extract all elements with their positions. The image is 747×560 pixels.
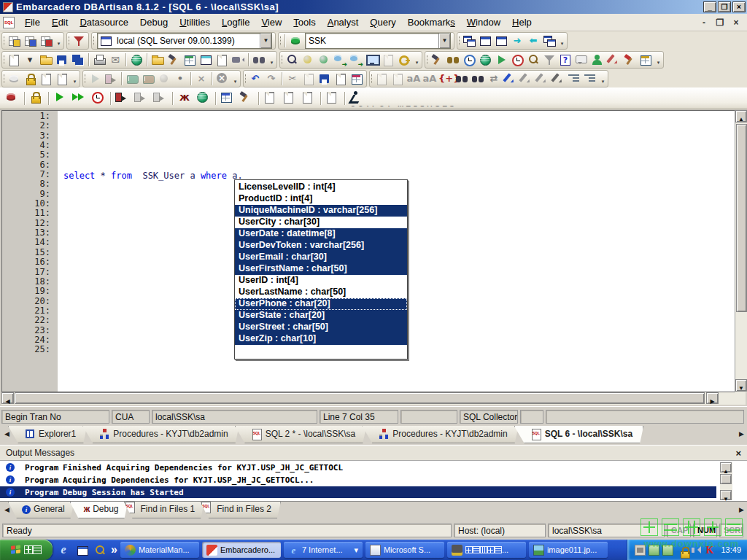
taskbar-button-msdoc[interactable]: Microsoft S... xyxy=(365,542,444,558)
quick-launch-overflow-chevron[interactable]: » xyxy=(111,543,117,556)
new-document-dropdown[interactable]: ▾ xyxy=(23,52,37,67)
new-document-icon[interactable] xyxy=(7,52,21,67)
find-in-files-icon[interactable] xyxy=(252,52,266,67)
toolbar-overflow-chevron[interactable] xyxy=(559,34,565,48)
pen3-icon[interactable] xyxy=(535,71,549,86)
output-scrollbar[interactable]: ▲ ▼ xyxy=(720,462,732,500)
console-icon[interactable] xyxy=(365,52,379,67)
open-icon[interactable] xyxy=(39,52,53,67)
tools-icon[interactable] xyxy=(622,52,637,67)
database-combo-dropdown[interactable]: ▼ xyxy=(438,34,450,48)
cancel-icon[interactable]: × xyxy=(194,71,209,86)
autocomplete-item[interactable]: UserLastName : char[50] xyxy=(235,287,407,298)
export-document-icon[interactable] xyxy=(55,71,69,86)
find-icon[interactable] xyxy=(454,71,469,86)
books-icon[interactable] xyxy=(125,71,139,86)
dot-icon[interactable]: • xyxy=(173,71,187,86)
toolbar-overflow-chevron[interactable] xyxy=(268,52,275,67)
autocomplete-item[interactable]: UserFirstName : char[50] xyxy=(235,263,407,275)
tile-vertical-icon[interactable] xyxy=(494,34,508,48)
output-tab-find-in-files-1[interactable]: Find in Files 1 xyxy=(124,502,205,518)
taskbar-button-embarcadero[interactable]: Embarcadero... xyxy=(202,542,281,558)
scroll-right-button[interactable]: ▶ xyxy=(706,392,719,404)
database-combo[interactable]: SSK▼ xyxy=(305,33,451,49)
step-over-icon[interactable] xyxy=(152,90,169,107)
mail-icon[interactable]: ✉ xyxy=(108,52,123,67)
output-tab-scroll-right[interactable]: ▶ xyxy=(735,502,747,513)
debug-build-icon[interactable] xyxy=(238,90,255,107)
menu-datasource[interactable]: Datasource xyxy=(74,15,133,30)
print-icon[interactable] xyxy=(92,52,107,67)
autocomplete-item[interactable]: UniqueMachineID : varchar[256] xyxy=(235,205,407,217)
paste-icon[interactable] xyxy=(317,71,332,86)
sql-preview-icon[interactable] xyxy=(285,52,299,67)
mdi-restore-button[interactable]: ❐ xyxy=(715,18,725,28)
breakpoint-icon[interactable]: ж xyxy=(176,90,193,107)
pen-x-icon[interactable] xyxy=(551,71,565,86)
next-window-icon[interactable]: ➜ xyxy=(510,34,525,48)
output-scroll-up[interactable]: ▲ xyxy=(720,462,732,472)
database-icon[interactable] xyxy=(288,34,303,48)
script-icon[interactable] xyxy=(214,52,229,67)
analyze-icon[interactable] xyxy=(526,52,541,67)
menu-window[interactable]: Window xyxy=(461,15,506,30)
doc-tab[interactable]: Explorer1 xyxy=(8,426,87,443)
watch-window-icon[interactable] xyxy=(262,90,279,107)
build-icon[interactable] xyxy=(166,52,181,67)
quick-launch-desktop-icon[interactable] xyxy=(74,543,88,556)
menu-query[interactable]: Query xyxy=(364,15,401,30)
lock-icon[interactable] xyxy=(23,71,37,86)
output-close-icon[interactable]: × xyxy=(735,448,741,459)
replace-icon[interactable]: ⇄ xyxy=(487,71,501,86)
taskbar-button-material[interactable]: MaterialMan... xyxy=(120,542,199,558)
doc-tab[interactable]: Procedures - KYJT\db2admin xyxy=(362,426,518,443)
output-message-row[interactable]: iProgramAcquiring Dependencies for KYJT.… xyxy=(0,474,747,486)
attach-database-icon[interactable] xyxy=(333,52,347,67)
output-tab-general[interactable]: iGeneral xyxy=(8,502,74,518)
search-objects-icon[interactable] xyxy=(446,52,460,67)
previous-window-icon[interactable]: ⬅ xyxy=(526,34,541,48)
filter-icon[interactable] xyxy=(542,52,557,67)
scroll-left-button[interactable]: ◀ xyxy=(1,392,14,404)
output-message-row[interactable]: iProgramFinished Acquiring Dependencies … xyxy=(0,462,747,473)
stop-debugging-icon[interactable] xyxy=(348,90,365,107)
pen2-icon[interactable] xyxy=(519,71,533,86)
mdi-close-button[interactable]: × xyxy=(731,18,741,28)
monitor-icon[interactable] xyxy=(231,52,245,67)
autocomplete-item[interactable]: UserPhone : char[20] xyxy=(235,298,407,310)
output-tab-find-in-files-2[interactable]: Find in Files 2 xyxy=(200,502,281,518)
format-table-icon[interactable] xyxy=(349,71,364,86)
cut-icon[interactable]: ✂ xyxy=(285,71,300,86)
menu-logfile[interactable]: Logfile xyxy=(216,15,255,30)
tray-kaspersky-icon[interactable]: K xyxy=(704,545,715,556)
execute-icon[interactable] xyxy=(88,71,102,86)
autocomplete-item[interactable]: UserEmail : char[30] xyxy=(235,252,407,263)
toolbar-overflow-chevron[interactable] xyxy=(655,52,662,67)
debug-lock-icon[interactable] xyxy=(28,90,45,107)
mdi-minimize-button[interactable]: - xyxy=(699,18,709,28)
register-datasource-icon[interactable] xyxy=(7,34,21,48)
doc-tab[interactable]: SQL 6 - \local\SSK\sa xyxy=(514,426,644,443)
paste-sql-icon[interactable] xyxy=(333,71,348,86)
help-context-icon[interactable] xyxy=(558,52,573,67)
taskbar-button-ie[interactable]: e7 Internet...▾ xyxy=(284,542,363,558)
window-list-icon[interactable] xyxy=(198,52,213,67)
menu-bookmarks[interactable]: Bookmarks xyxy=(402,15,461,30)
redo-icon[interactable]: ↷ xyxy=(264,71,279,86)
debug-run-to-cursor-icon[interactable] xyxy=(90,90,107,107)
detach-database-icon[interactable] xyxy=(349,52,363,67)
find-next-icon[interactable] xyxy=(471,71,485,86)
menu-help[interactable]: Help xyxy=(506,15,538,30)
quick-launch-search-icon[interactable] xyxy=(92,543,105,556)
menu-file[interactable]: File xyxy=(19,15,46,30)
uppercase-icon[interactable]: aA xyxy=(406,71,421,86)
edit-document-icon[interactable] xyxy=(39,71,53,86)
edit-datasource-icon[interactable] xyxy=(23,34,37,48)
scheduled-jobs-icon[interactable] xyxy=(462,52,476,67)
utility-build-icon[interactable] xyxy=(430,52,444,67)
datasource-explorer-icon[interactable] xyxy=(182,52,197,67)
lowercase-icon[interactable]: aA xyxy=(422,71,437,86)
autocomplete-item[interactable]: UserID : int[4] xyxy=(235,275,407,287)
step-into-icon[interactable] xyxy=(114,90,131,107)
copy-icon[interactable] xyxy=(301,71,316,86)
